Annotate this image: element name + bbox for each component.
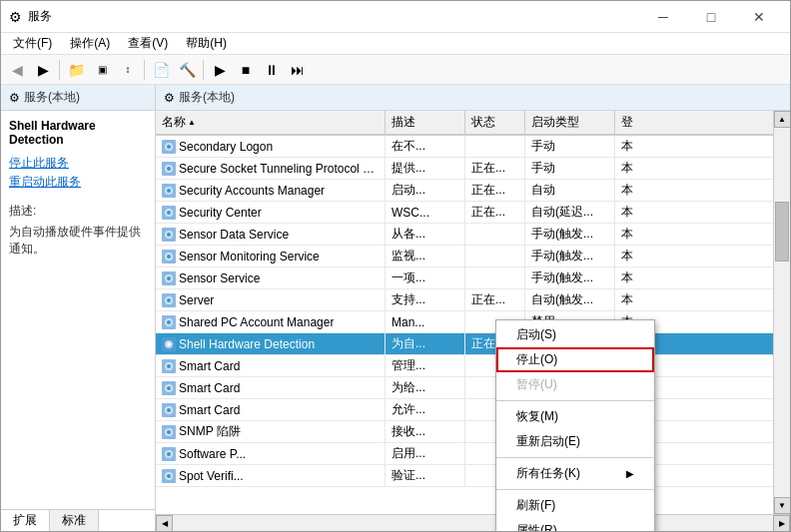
cell-login: 本 bbox=[615, 224, 675, 245]
cell-login: 本 bbox=[615, 136, 675, 157]
pause-service-button[interactable]: ⏸ bbox=[260, 58, 284, 82]
scroll-down-button[interactable]: ▼ bbox=[774, 497, 791, 514]
cell-name: Sensor Service bbox=[156, 267, 386, 288]
table-row[interactable]: Smart Card 为给... 手动(触发... 本 bbox=[156, 377, 773, 399]
svg-point-26 bbox=[167, 320, 171, 324]
hscroll-left-button[interactable]: ◀ bbox=[156, 515, 173, 531]
scroll-up-button[interactable]: ▲ bbox=[774, 111, 791, 128]
table-row[interactable]: Software P... 启用... 自动(延迟... 网 bbox=[156, 443, 773, 465]
table-row[interactable]: Security Accounts Manager 启动... 正在... 自动… bbox=[156, 180, 773, 202]
menu-action[interactable]: 操作(A) bbox=[62, 33, 118, 54]
stop-service-link[interactable]: 停止此服务 bbox=[9, 155, 147, 172]
cell-login: 本 bbox=[615, 158, 675, 179]
svg-point-32 bbox=[167, 364, 171, 368]
table-row[interactable]: Shared PC Account Manager Man... 禁用 本 bbox=[156, 311, 773, 333]
left-panel-title: 服务(本地) bbox=[24, 89, 80, 106]
row-service-icon bbox=[162, 206, 176, 220]
menu-view[interactable]: 查看(V) bbox=[120, 33, 176, 54]
ctx-item-7[interactable]: 属性(R) bbox=[496, 518, 654, 531]
restart-service-link[interactable]: 重启动此服务 bbox=[9, 174, 147, 191]
cell-name: Shell Hardware Detection bbox=[156, 333, 386, 354]
col-header-status[interactable]: 状态 bbox=[465, 111, 525, 134]
vertical-scrollbar[interactable]: ▲ ▼ bbox=[773, 111, 790, 514]
ctx-item-5[interactable]: 所有任务(K)▶ bbox=[496, 461, 654, 486]
cell-status bbox=[465, 136, 525, 157]
toolbar: ◀ ▶ 📁 ▣ ↕ 📄 🔨 ▶ ■ ⏸ ⏭ bbox=[1, 55, 790, 85]
cell-login: 本 bbox=[615, 267, 675, 288]
title-bar-left: ⚙ 服务 bbox=[9, 8, 52, 25]
cell-desc: 启动... bbox=[386, 180, 465, 201]
cell-desc: 在不... bbox=[386, 136, 465, 157]
table-row[interactable]: Smart Card 允许... 手动 本 bbox=[156, 399, 773, 421]
ctx-item-3[interactable]: 恢复(M) bbox=[496, 404, 654, 429]
cell-start: 手动 bbox=[525, 158, 615, 179]
cell-desc: WSC... bbox=[386, 202, 465, 223]
service-links: 停止此服务 重启动此服务 bbox=[9, 155, 147, 191]
refresh-button[interactable]: ↕ bbox=[116, 58, 140, 82]
ctx-item-1[interactable]: 停止(O) bbox=[496, 347, 654, 372]
close-button[interactable]: ✕ bbox=[736, 1, 782, 33]
tab-expand[interactable]: 扩展 bbox=[1, 510, 50, 531]
service-display-name: Shell Hardware Detection bbox=[9, 119, 147, 147]
help-toolbar-button[interactable]: 🔨 bbox=[175, 58, 199, 82]
col-header-start[interactable]: 启动类型 bbox=[525, 111, 615, 134]
maximize-button[interactable]: □ bbox=[688, 1, 734, 33]
cell-status bbox=[465, 267, 525, 288]
ctx-item-4[interactable]: 重新启动(E) bbox=[496, 429, 654, 454]
cell-login: 本 bbox=[615, 289, 675, 310]
table-row[interactable]: Spot Verifi... 验证... 手动(触发... 本 bbox=[156, 465, 773, 487]
forward-button[interactable]: ▶ bbox=[31, 58, 55, 82]
resume-service-button[interactable]: ⏭ bbox=[286, 58, 310, 82]
svg-point-38 bbox=[167, 408, 171, 412]
menu-bar: 文件(F) 操作(A) 查看(V) 帮助(H) bbox=[1, 33, 790, 55]
properties-button[interactable]: 📄 bbox=[149, 58, 173, 82]
hscroll-right-button[interactable]: ▶ bbox=[773, 515, 790, 531]
cell-name: Shared PC Account Manager bbox=[156, 311, 386, 332]
table-row[interactable]: Sensor Monitoring Service 监视... 手动(触发...… bbox=[156, 246, 773, 267]
table-row[interactable]: Secondary Logon 在不... 手动 本 bbox=[156, 136, 773, 158]
menu-help[interactable]: 帮助(H) bbox=[178, 33, 235, 54]
menu-file[interactable]: 文件(F) bbox=[5, 33, 60, 54]
toolbar-sep-1 bbox=[59, 60, 60, 80]
ctx-item-0[interactable]: 启动(S) bbox=[496, 322, 654, 347]
cell-login: 本 bbox=[615, 202, 675, 223]
row-service-icon bbox=[162, 162, 176, 176]
show-scope-pane[interactable]: ▣ bbox=[90, 58, 114, 82]
cell-start: 自动 bbox=[525, 180, 615, 201]
table-row[interactable]: Secure Socket Tunneling Protocol S... 提供… bbox=[156, 158, 773, 180]
table-area: 名称 ▲ 描述 状态 启动类型 登 Secondary Lo bbox=[156, 111, 790, 514]
scroll-thumb[interactable] bbox=[775, 202, 789, 262]
svg-point-8 bbox=[167, 189, 171, 193]
table-row[interactable]: Smart Card 管理... 手动(触发... 本 bbox=[156, 355, 773, 377]
col-header-login[interactable]: 登 bbox=[615, 111, 675, 134]
h-scroll-track[interactable] bbox=[173, 515, 773, 531]
minimize-button[interactable]: ─ bbox=[640, 1, 686, 33]
svg-point-20 bbox=[167, 276, 171, 280]
table-row[interactable]: Security Center WSC... 正在... 自动(延迟... 本 bbox=[156, 202, 773, 224]
cell-desc: 接收... bbox=[386, 421, 465, 442]
left-panel-tabs: 扩展 标准 bbox=[1, 509, 155, 531]
left-panel-body: Shell Hardware Detection 停止此服务 重启动此服务 描述… bbox=[1, 111, 155, 509]
ctx-item-2: 暂停(U) bbox=[496, 372, 654, 397]
table-row[interactable]: SNMP 陷阱 接收... 手动 本 bbox=[156, 421, 773, 443]
table-row[interactable]: Shell Hardware Detection 为自... 正在... 自动 … bbox=[156, 333, 773, 355]
cell-start: 自动(触发... bbox=[525, 289, 615, 310]
col-header-desc[interactable]: 描述 bbox=[386, 111, 465, 134]
svg-point-14 bbox=[167, 233, 171, 237]
description-label: 描述: bbox=[9, 203, 147, 220]
table-row[interactable]: Sensor Service 一项... 手动(触发... 本 bbox=[156, 267, 773, 289]
ctx-item-6[interactable]: 刷新(F) bbox=[496, 493, 654, 518]
scroll-track[interactable] bbox=[774, 128, 790, 497]
left-panel-icon: ⚙ bbox=[9, 91, 20, 105]
table-row[interactable]: Server 支持... 正在... 自动(触发... 本 bbox=[156, 289, 773, 311]
stop-service-button[interactable]: ■ bbox=[234, 58, 258, 82]
cell-start: 手动(触发... bbox=[525, 224, 615, 245]
back-button[interactable]: ◀ bbox=[5, 58, 29, 82]
tab-standard[interactable]: 标准 bbox=[50, 510, 99, 531]
up-folder-button[interactable]: 📁 bbox=[64, 58, 88, 82]
col-header-name[interactable]: 名称 ▲ bbox=[156, 111, 386, 134]
table-row[interactable]: Sensor Data Service 从各... 手动(触发... 本 bbox=[156, 224, 773, 246]
start-service-button[interactable]: ▶ bbox=[208, 58, 232, 82]
service-table[interactable]: 名称 ▲ 描述 状态 启动类型 登 Secondary Lo bbox=[156, 111, 773, 514]
row-service-icon bbox=[162, 447, 176, 461]
